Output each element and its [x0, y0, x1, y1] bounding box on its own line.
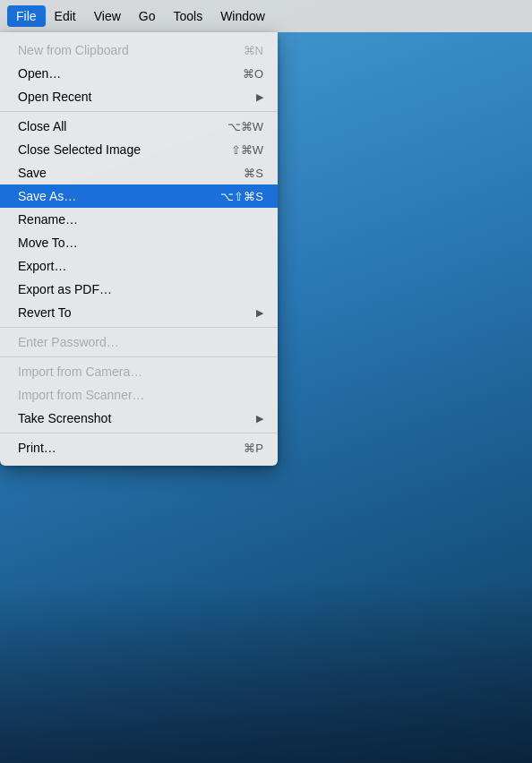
menu-section-3: Enter Password…	[0, 327, 278, 356]
menu-item-print-label: Print…	[18, 441, 56, 455]
menu-item-revert-to-shortcut: ▶	[253, 307, 263, 319]
menu-item-export-label: Export…	[18, 259, 66, 273]
menu-tools[interactable]: Tools	[164, 5, 211, 27]
menu-file[interactable]: File	[7, 5, 46, 27]
menu-go[interactable]: Go	[130, 5, 165, 27]
menu-item-revert-to[interactable]: Revert To ▶	[0, 301, 278, 324]
menu-item-close-all-label: Close All	[18, 119, 66, 133]
menu-section-5: Print… ⌘P	[0, 433, 278, 462]
menu-item-enter-password[interactable]: Enter Password…	[0, 330, 278, 354]
menu-item-export[interactable]: Export…	[0, 254, 278, 278]
menu-item-save-as[interactable]: Save As… ⌥⇧⌘S	[0, 184, 278, 208]
menu-item-rename[interactable]: Rename…	[0, 208, 278, 231]
menu-item-close-all[interactable]: Close All ⌥⌘W	[0, 115, 278, 138]
menu-edit[interactable]: Edit	[46, 5, 85, 27]
menu-item-save-as-label: Save As…	[18, 189, 76, 203]
menu-item-close-selected-image-label: Close Selected Image	[18, 142, 141, 157]
menu-item-take-screenshot[interactable]: Take Screenshot ▶	[0, 407, 278, 430]
menu-item-print[interactable]: Print… ⌘P	[0, 436, 278, 459]
menu-item-close-all-shortcut: ⌥⌘W	[227, 120, 263, 133]
submenu-arrow-take-screenshot: ▶	[256, 413, 263, 424]
menu-item-export-as-pdf-label: Export as PDF…	[18, 282, 112, 296]
menu-item-save-label: Save	[18, 166, 47, 180]
menu-item-enter-password-label: Enter Password…	[18, 335, 119, 349]
menu-item-new-from-clipboard[interactable]: New from Clipboard ⌘N	[0, 39, 278, 62]
menu-section-4: Import from Camera… Import from Scanner……	[0, 356, 278, 433]
menu-item-move-to[interactable]: Move To…	[0, 231, 278, 254]
file-menu-dropdown: New from Clipboard ⌘N Open… ⌘O Open Rece…	[0, 32, 278, 466]
menu-item-new-from-clipboard-shortcut: ⌘N	[244, 44, 263, 57]
menu-section-1: New from Clipboard ⌘N Open… ⌘O Open Rece…	[0, 36, 278, 111]
menu-item-export-as-pdf[interactable]: Export as PDF…	[0, 278, 278, 301]
menu-item-rename-label: Rename…	[18, 212, 78, 227]
menu-window[interactable]: Window	[211, 5, 274, 27]
menu-item-import-scanner-label: Import from Scanner…	[18, 388, 145, 402]
menu-item-take-screenshot-label: Take Screenshot	[18, 411, 111, 425]
menu-item-close-selected-image-shortcut: ⇧⌘W	[231, 143, 263, 157]
menu-section-2: Close All ⌥⌘W Close Selected Image ⇧⌘W S…	[0, 111, 278, 327]
menu-item-open-recent-shortcut: ▶	[253, 91, 263, 103]
menu-item-open-label: Open…	[18, 66, 61, 81]
submenu-arrow-open-recent: ▶	[256, 91, 263, 103]
menu-item-new-from-clipboard-label: New from Clipboard	[18, 43, 129, 57]
submenu-arrow-revert-to: ▶	[256, 307, 263, 319]
background-overlay	[0, 584, 532, 763]
menu-view[interactable]: View	[85, 5, 130, 27]
menu-item-print-shortcut: ⌘P	[244, 442, 263, 455]
menu-item-save-as-shortcut: ⌥⇧⌘S	[220, 190, 263, 203]
menu-item-save[interactable]: Save ⌘S	[0, 161, 278, 184]
menu-item-open[interactable]: Open… ⌘O	[0, 62, 278, 85]
menu-item-import-camera[interactable]: Import from Camera…	[0, 360, 278, 383]
menu-item-open-recent[interactable]: Open Recent ▶	[0, 85, 278, 108]
menu-item-close-selected-image[interactable]: Close Selected Image ⇧⌘W	[0, 138, 278, 161]
menu-item-open-shortcut: ⌘O	[243, 67, 263, 81]
menu-item-open-recent-label: Open Recent	[18, 90, 92, 104]
menu-item-revert-to-label: Revert To	[18, 305, 72, 320]
menu-bar: File Edit View Go Tools Window	[0, 0, 532, 32]
menu-item-take-screenshot-shortcut: ▶	[253, 413, 263, 424]
menu-item-move-to-label: Move To…	[18, 236, 78, 250]
menu-item-import-camera-label: Import from Camera…	[18, 364, 142, 379]
menu-item-save-shortcut: ⌘S	[244, 167, 263, 180]
menu-item-import-scanner[interactable]: Import from Scanner…	[0, 383, 278, 407]
